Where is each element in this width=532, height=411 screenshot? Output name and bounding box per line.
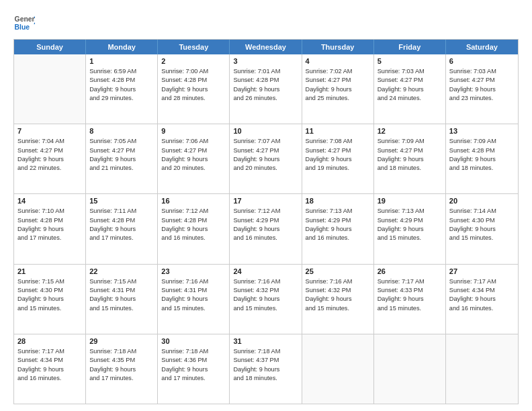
day-info: Sunrise: 7:13 AMSunset: 4:29 PMDaylight:… — [378, 207, 442, 242]
week-row-3: 14Sunrise: 7:10 AMSunset: 4:28 PMDayligh… — [14, 194, 518, 264]
calendar-header: SundayMondayTuesdayWednesdayThursdayFrid… — [14, 40, 518, 54]
day-cell-16: 16Sunrise: 7:12 AMSunset: 4:28 PMDayligh… — [158, 194, 230, 263]
day-info: Sunrise: 7:07 AMSunset: 4:27 PMDaylight:… — [233, 137, 298, 173]
day-cell-14: 14Sunrise: 7:10 AMSunset: 4:28 PMDayligh… — [14, 194, 86, 263]
day-info: Sunrise: 7:09 AMSunset: 4:27 PMDaylight:… — [378, 137, 442, 173]
week-row-4: 21Sunrise: 7:15 AMSunset: 4:30 PMDayligh… — [14, 265, 518, 334]
day-cell-12: 12Sunrise: 7:09 AMSunset: 4:27 PMDayligh… — [374, 124, 446, 193]
day-info: Sunrise: 7:16 AMSunset: 4:31 PMDaylight:… — [161, 277, 226, 313]
week-row-5: 28Sunrise: 7:17 AMSunset: 4:34 PMDayligh… — [14, 334, 518, 404]
day-number: 15 — [89, 197, 154, 205]
day-info: Sunrise: 7:01 AMSunset: 4:28 PMDaylight:… — [233, 67, 298, 103]
day-number: 22 — [89, 267, 154, 275]
day-number: 26 — [378, 267, 442, 275]
day-number: 14 — [17, 197, 82, 205]
day-cell-5: 5Sunrise: 7:03 AMSunset: 4:27 PMDaylight… — [374, 54, 446, 124]
day-number: 29 — [89, 337, 154, 345]
day-cell-2: 2Sunrise: 7:00 AMSunset: 4:28 PMDaylight… — [158, 54, 230, 124]
day-number: 12 — [378, 127, 442, 135]
day-number: 2 — [161, 57, 226, 65]
day-info: Sunrise: 7:18 AMSunset: 4:35 PMDaylight:… — [89, 347, 154, 383]
day-number: 9 — [161, 127, 226, 135]
day-cell-21: 21Sunrise: 7:15 AMSunset: 4:30 PMDayligh… — [14, 265, 86, 334]
day-number: 24 — [233, 267, 298, 275]
day-info: Sunrise: 6:59 AMSunset: 4:28 PMDaylight:… — [89, 67, 154, 103]
day-info: Sunrise: 7:18 AMSunset: 4:36 PMDaylight:… — [161, 347, 226, 383]
header-day-friday: Friday — [374, 40, 446, 54]
day-number: 23 — [161, 267, 226, 275]
day-number: 7 — [17, 127, 82, 135]
day-number: 16 — [161, 197, 226, 205]
day-info: Sunrise: 7:12 AMSunset: 4:29 PMDaylight:… — [233, 207, 298, 242]
day-number: 4 — [306, 57, 370, 65]
svg-text:General: General — [15, 15, 35, 23]
day-cell-19: 19Sunrise: 7:13 AMSunset: 4:29 PMDayligh… — [374, 194, 446, 263]
day-info: Sunrise: 7:03 AMSunset: 4:27 PMDaylight:… — [378, 67, 442, 103]
day-number: 25 — [306, 267, 370, 275]
day-info: Sunrise: 7:03 AMSunset: 4:27 PMDaylight:… — [449, 67, 515, 103]
day-info: Sunrise: 7:17 AMSunset: 4:33 PMDaylight:… — [378, 277, 442, 313]
day-info: Sunrise: 7:13 AMSunset: 4:29 PMDaylight:… — [306, 207, 370, 242]
day-info: Sunrise: 7:14 AMSunset: 4:30 PMDaylight:… — [449, 207, 515, 242]
day-number: 5 — [378, 57, 442, 65]
day-info: Sunrise: 7:12 AMSunset: 4:28 PMDaylight:… — [161, 207, 226, 242]
day-number: 10 — [233, 127, 298, 135]
day-info: Sunrise: 7:16 AMSunset: 4:32 PMDaylight:… — [306, 277, 370, 313]
calendar: SundayMondayTuesdayWednesdayThursdayFrid… — [13, 39, 519, 404]
day-cell-17: 17Sunrise: 7:12 AMSunset: 4:29 PMDayligh… — [230, 194, 302, 263]
day-cell-30: 30Sunrise: 7:18 AMSunset: 4:36 PMDayligh… — [158, 334, 230, 404]
day-number: 28 — [17, 337, 82, 345]
header: General Blue — [13, 12, 519, 34]
day-number: 20 — [449, 197, 515, 205]
day-number: 31 — [233, 337, 298, 345]
day-number: 30 — [161, 337, 226, 345]
day-cell-6: 6Sunrise: 7:03 AMSunset: 4:27 PMDaylight… — [446, 54, 518, 124]
day-cell-26: 26Sunrise: 7:17 AMSunset: 4:33 PMDayligh… — [374, 265, 446, 334]
week-row-2: 7Sunrise: 7:04 AMSunset: 4:27 PMDaylight… — [14, 124, 518, 194]
day-info: Sunrise: 7:02 AMSunset: 4:27 PMDaylight:… — [306, 67, 370, 103]
day-cell-25: 25Sunrise: 7:16 AMSunset: 4:32 PMDayligh… — [302, 265, 374, 334]
day-info: Sunrise: 7:15 AMSunset: 4:31 PMDaylight:… — [89, 277, 154, 313]
calendar-body: 1Sunrise: 6:59 AMSunset: 4:28 PMDaylight… — [14, 54, 518, 404]
day-cell-empty — [446, 334, 518, 404]
day-cell-18: 18Sunrise: 7:13 AMSunset: 4:29 PMDayligh… — [302, 194, 374, 263]
day-cell-27: 27Sunrise: 7:17 AMSunset: 4:34 PMDayligh… — [446, 265, 518, 334]
header-day-tuesday: Tuesday — [158, 40, 230, 54]
day-cell-1: 1Sunrise: 6:59 AMSunset: 4:28 PMDaylight… — [86, 54, 158, 124]
day-cell-empty — [14, 54, 86, 124]
day-cell-8: 8Sunrise: 7:05 AMSunset: 4:27 PMDaylight… — [86, 124, 158, 193]
day-info: Sunrise: 7:16 AMSunset: 4:32 PMDaylight:… — [233, 277, 298, 313]
day-cell-10: 10Sunrise: 7:07 AMSunset: 4:27 PMDayligh… — [230, 124, 302, 193]
header-day-thursday: Thursday — [302, 40, 374, 54]
day-cell-4: 4Sunrise: 7:02 AMSunset: 4:27 PMDaylight… — [302, 54, 374, 124]
day-cell-11: 11Sunrise: 7:08 AMSunset: 4:27 PMDayligh… — [302, 124, 374, 193]
day-info: Sunrise: 7:11 AMSunset: 4:28 PMDaylight:… — [89, 207, 154, 242]
header-day-sunday: Sunday — [14, 40, 86, 54]
day-number: 18 — [306, 197, 370, 205]
day-cell-20: 20Sunrise: 7:14 AMSunset: 4:30 PMDayligh… — [446, 194, 518, 263]
day-cell-empty — [302, 334, 374, 404]
day-cell-22: 22Sunrise: 7:15 AMSunset: 4:31 PMDayligh… — [86, 265, 158, 334]
day-cell-28: 28Sunrise: 7:17 AMSunset: 4:34 PMDayligh… — [14, 334, 86, 404]
day-number: 27 — [449, 267, 515, 275]
day-info: Sunrise: 7:06 AMSunset: 4:27 PMDaylight:… — [161, 137, 226, 173]
day-cell-31: 31Sunrise: 7:18 AMSunset: 4:37 PMDayligh… — [230, 334, 302, 404]
logo: General Blue — [13, 12, 39, 34]
header-day-saturday: Saturday — [446, 40, 518, 54]
day-cell-24: 24Sunrise: 7:16 AMSunset: 4:32 PMDayligh… — [230, 265, 302, 334]
day-cell-29: 29Sunrise: 7:18 AMSunset: 4:35 PMDayligh… — [86, 334, 158, 404]
day-info: Sunrise: 7:05 AMSunset: 4:27 PMDaylight:… — [89, 137, 154, 173]
day-info: Sunrise: 7:18 AMSunset: 4:37 PMDaylight:… — [233, 347, 298, 383]
day-number: 6 — [449, 57, 515, 65]
svg-text:Blue: Blue — [15, 24, 30, 31]
day-number: 1 — [89, 57, 154, 65]
day-cell-13: 13Sunrise: 7:09 AMSunset: 4:28 PMDayligh… — [446, 124, 518, 193]
day-info: Sunrise: 7:08 AMSunset: 4:27 PMDaylight:… — [306, 137, 370, 173]
day-info: Sunrise: 7:17 AMSunset: 4:34 PMDaylight:… — [449, 277, 515, 313]
day-cell-7: 7Sunrise: 7:04 AMSunset: 4:27 PMDaylight… — [14, 124, 86, 193]
day-cell-15: 15Sunrise: 7:11 AMSunset: 4:28 PMDayligh… — [86, 194, 158, 263]
day-number: 13 — [449, 127, 515, 135]
page: General Blue SundayMondayTuesdayWednesda… — [0, 0, 532, 411]
day-number: 17 — [233, 197, 298, 205]
day-number: 21 — [17, 267, 82, 275]
